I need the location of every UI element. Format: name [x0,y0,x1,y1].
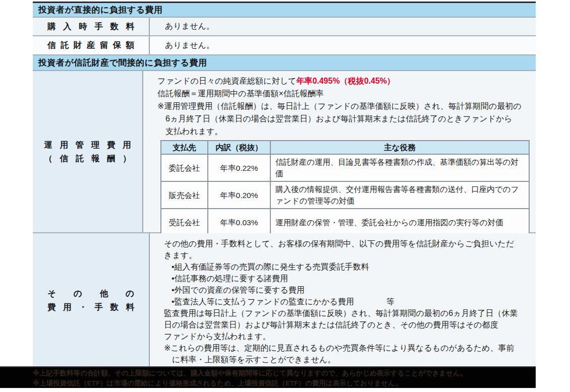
footer-disclaimer-band: ※上記手数料等の合計額、その上限額については、購入金額や保有期間等に応じて異なり… [0,366,536,388]
trustee-role: 運用財産の保管・管理、委託会社からの運用指図の実行等の対価 [270,209,529,236]
fee-table: 投資者が直接的に負担する費用 購入時手数料 ありません。 信託財産留保額 ありま… [33,2,536,367]
retention-label: 信託財産留保額 [47,40,134,51]
management-fee-rate-highlight: 年率0.495%（税抜0.45%） [296,77,395,85]
fee-disclosure-page: 投資者が直接的に負担する費用 購入時手数料 ありません。 信託財産留保額 ありま… [0,0,570,392]
other-fees-intro-line2: きます。 [164,249,530,261]
management-fee-label-cell: 運用管理費用 （信託報酬） [33,71,142,232]
other-fees-bullet-2: •信託事務の処理に要する諸費用 [164,273,530,284]
distributor-role: 購入後の情報提供、交付運用報告書等各種書類の送付、口座内でのファンドの管理等の対… [270,181,529,209]
other-fees-bullet-1: •組入有価証券等の売買の際に発生する売買委託手数料 [164,261,530,273]
other-fees-audit-line2: 日の場合は翌営業日）および毎計算期末または信託終了のとき、その他の費用等はその都… [164,319,530,331]
other-fees-note-line1: ※これらの費用等は、定期的に見直されるものや売買条件等により異なるものがあるため… [164,342,530,354]
management-fee-intro-plain: ファンドの日々の純資産総額に対して [157,77,296,85]
trustor-rate: 年率0.22% [208,154,270,181]
other-fees-audit-line1: 監査費用は毎日計上（ファンドの基準価額に反映）され、毎計算期間の最初の6ヵ月終了… [164,307,530,319]
other-fees-bullet-4: •監査法人等に支払うファンドの監査にかかる費用 等 [164,296,530,307]
management-fee-note-line1: ※運用管理費用（信託報酬）は、毎日計上（ファンドの基準価額に反映）され、毎計算期… [157,100,530,112]
other-fees-label-cell: その他の 費用・手数料 [33,233,149,367]
management-fee-label-line2: （信託報酬） [44,153,131,164]
table-row-distributor-company: 販売会社 年率0.20% 購入後の情報提供、交付運用報告書等各種書類の送付、口座… [161,181,529,209]
trustor-role: 信託財産の運用、目論見書等各種書類の作成、基準価額の算出等の対価 [270,154,529,181]
section-header-direct-label: 投資者が直接的に負担する費用 [38,4,163,16]
retention-value-cell: ありません。 [149,36,536,54]
other-fees-label-line1: その他の [47,288,134,299]
purchase-fee-label-cell: 購入時手数料 [33,18,149,35]
section-header-direct-costs: 投資者が直接的に負担する費用 [33,3,536,18]
table-row-trustee-company: 受託会社 年率0.03% 運用財産の保管・管理、委託会社からの運用指図の実行等の… [161,209,529,236]
purchase-fee-label: 購入時手数料 [47,21,134,32]
column-header-rate: 内訳（税抜） [208,141,270,154]
management-fee-formula: 信託報酬＝運用期間中の基準価額×信託報酬率 [157,87,530,100]
fee-breakdown-header-row: 支払先 内訳（税抜） 主な役務 [161,141,529,154]
other-fees-note-line2: に料率・上限額等を示すことができません。 [164,354,530,365]
other-fees-audit-line3: ファンドから支払われます。 [164,331,530,342]
management-fee-note-line2: 6ヵ月終了日（休業日の場合は翌営業日）および毎計算期末または信託終了のときファン… [157,112,530,125]
trustee-payee: 受託会社 [161,209,208,236]
table-row-purchase-fee: 購入時手数料 ありません。 [33,18,536,36]
other-fees-bullet-3: •外国での資産の保管等に要する費用 [164,284,530,296]
retention-value: ありません。 [165,40,214,51]
table-row-other-fees: その他の 費用・手数料 その他の費用・手数料として、お客様の保有期間中、以下の費… [33,233,536,367]
management-fee-content-cell: ファンドの日々の純資産総額に対して年率0.495%（税抜0.45%） 信託報酬＝… [142,71,536,232]
section-header-indirect-costs: 投資者が信託財産で間接的に負担する費用 [33,55,536,71]
other-fees-content-cell: その他の費用・手数料として、お客様の保有期間中、以下の費用等を信託財産からご負担… [149,233,536,367]
section-header-indirect-label: 投資者が信託財産で間接的に負担する費用 [38,57,207,69]
column-header-payee: 支払先 [161,141,208,154]
distributor-payee: 販売会社 [161,181,208,209]
management-fee-note-line3: 支払われます。 [157,125,530,138]
management-fee-label-line1: 運用管理費用 [44,140,131,151]
table-row-trustor-company: 委託会社 年率0.22% 信託財産の運用、目論見書等各種書類の作成、基準価額の算… [161,154,529,181]
footer-disclaimer-line2: ※上場投資信託（ETF）は市場の需給により価格形成されるため、上場投資信託（ET… [33,378,536,388]
retention-label-cell: 信託財産留保額 [33,36,149,54]
column-header-role: 主な役務 [270,141,529,154]
trustee-rate: 年率0.03% [208,209,270,236]
trustor-payee: 委託会社 [161,154,208,181]
distributor-rate: 年率0.20% [208,181,270,209]
other-fees-label-line2: 費用・手数料 [47,302,134,313]
other-fees-intro-line1: その他の費用・手数料として、お客様の保有期間中、以下の費用等を信託財産からご負担… [164,238,530,249]
table-row-management-fee: 運用管理費用 （信託報酬） ファンドの日々の純資産総額に対して年率0.495%（… [33,71,536,233]
management-fee-intro-line: ファンドの日々の純資産総額に対して年率0.495%（税抜0.45%） [157,75,530,87]
footer-disclaimer-line1: ※上記手数料等の合計額、その上限額については、購入金額や保有期間等に応じて異なり… [33,368,536,378]
purchase-fee-value: ありません。 [165,21,214,32]
purchase-fee-value-cell: ありません。 [149,18,536,35]
table-row-retention-amount: 信託財産留保額 ありません。 [33,36,536,55]
fee-breakdown-table: 支払先 内訳（税抜） 主な役務 委託会社 年率0.22% 信託財産の運用、目論見… [160,140,530,236]
